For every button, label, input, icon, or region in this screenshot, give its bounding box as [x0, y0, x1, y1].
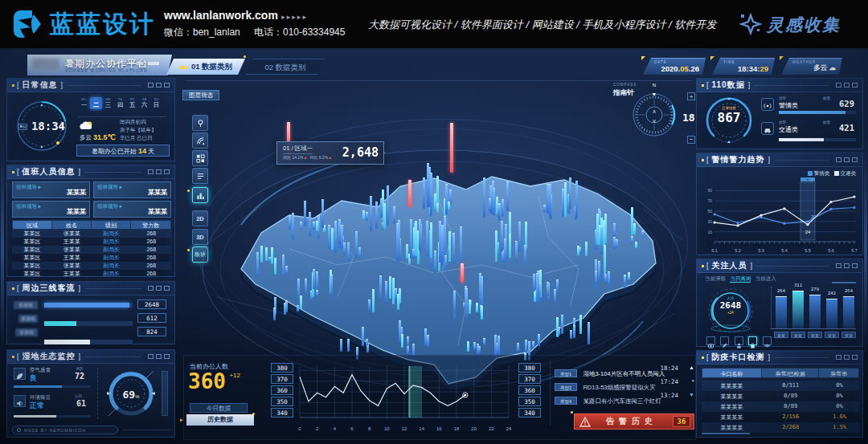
count-value: 421 — [839, 123, 854, 132]
window-icon[interactable] — [156, 286, 162, 291]
platform-title-plate: 暑期办公协作平台 SUMMER WORKING PLATFORM — [27, 55, 172, 75]
table-row: 某某某某0/890% — [702, 401, 859, 412]
svg-text:16: 16 — [436, 426, 442, 431]
list-item[interactable]: 类型2 RD13-53烟感报警疑似火灾 17:24 ● — [555, 378, 696, 389]
svg-text:0: 0 — [298, 426, 301, 431]
collapse-icon[interactable] — [148, 83, 154, 88]
flow-label: 某某线 — [15, 328, 38, 336]
panel-daily-info: [日常信息] PM 18:34 MO一 TU二 WE三 TH四 FR五 SA六 — [6, 78, 175, 161]
collapse-icon[interactable] — [148, 169, 154, 174]
date-box: DATE 2020.05.26 — [643, 58, 706, 75]
table-row: 某某某某2/1561.6% — [702, 412, 859, 422]
duty-card[interactable]: 值班领导 ▸ 某某某 — [93, 201, 171, 218]
window-icon[interactable] — [156, 83, 162, 88]
compass-north: N — [650, 83, 658, 88]
window-icon[interactable] — [844, 157, 850, 162]
zoom-out-button[interactable]: − — [687, 136, 695, 144]
noise-bar — [14, 415, 91, 418]
camera-icon[interactable] — [706, 336, 715, 345]
table-scrollbar[interactable] — [702, 433, 750, 434]
flow-value: 824 — [137, 327, 166, 336]
svg-text:20: 20 — [471, 426, 477, 431]
list-item[interactable]: 类型4 某路口有小汽车连闯三个红灯 13:24 ▼ — [555, 392, 696, 403]
svg-text:10: 10 — [707, 230, 712, 234]
right-edge-scrollbar[interactable] — [864, 145, 867, 353]
warning-triangle-icon — [579, 417, 591, 427]
alert-history-banner[interactable]: 告警历史 36 — [574, 413, 694, 430]
air-status: 良 — [30, 373, 37, 384]
duty-card[interactable]: 值班领导 ▸ 某某某 — [12, 181, 90, 198]
eco-side-scrollbar[interactable] — [162, 371, 168, 416]
duty-card[interactable]: 值班领导 ▸ 某某某 — [12, 201, 90, 218]
car-icon — [761, 122, 774, 135]
corner-tick — [780, 56, 784, 60]
collapse-icon[interactable] — [836, 157, 841, 162]
tab-dot — [244, 55, 246, 58]
map-tooltip: 01 / 区域一 同比 14.1%▲ 环比 6.2%▲ 2,648 — [276, 141, 384, 165]
duty-card[interactable]: 值班领导 ▸ 某某某 — [93, 181, 171, 198]
tab-data-category-2[interactable]: 02 数据类别 — [246, 59, 325, 75]
tab-focus-2[interactable]: 当前进入 — [755, 275, 776, 281]
window-icon[interactable] — [156, 354, 162, 359]
svg-text:24: 24 — [805, 230, 811, 234]
table-row: 某某某某2/2681.5% — [702, 422, 859, 433]
person-icon[interactable] — [735, 336, 743, 345]
alert-up-icon[interactable]: ▲ — [689, 365, 694, 370]
duty-table-header: 区域 姓名 级别 警力数 — [12, 220, 171, 230]
pen-icon[interactable] — [720, 336, 729, 345]
censored-logo — [32, 59, 59, 71]
tab-data-category-1[interactable]: 01 数据类别 — [166, 59, 245, 75]
flow-bar — [44, 321, 133, 326]
office-yaxis-right: 380 370 360 350 340 — [518, 363, 541, 418]
window-icon[interactable] — [844, 263, 850, 268]
collapse-icon[interactable] — [836, 355, 841, 360]
collapse-icon[interactable] — [148, 354, 154, 359]
active-dot — [571, 411, 573, 413]
expand-icon[interactable] — [852, 355, 858, 360]
expand-icon[interactable] — [164, 286, 170, 291]
alert-tag: 类型4 — [555, 397, 577, 405]
focus-tabs: 当前滞留 当日离岗 当前进入 — [705, 275, 776, 283]
dashboard: 暑期办公协作平台 SUMMER WORKING PLATFORM 01 数据类别… — [0, 48, 868, 444]
lock-icon[interactable] — [748, 336, 757, 345]
gauge-110-readout: 总警情数 867 — [705, 106, 753, 125]
tab-focus-0[interactable]: 当前滞留 — [705, 275, 726, 281]
inspiration-collect-label[interactable]: 灵感收集 — [767, 14, 841, 36]
window-icon[interactable] — [844, 83, 850, 88]
expand-icon[interactable] — [164, 354, 170, 359]
weather-now: 多云 31.5℃ — [80, 133, 116, 142]
today-data-button[interactable]: 今日数据 — [190, 403, 248, 413]
list-item[interactable]: 类型1 湿地3-104片区有不明人员闯入 18:24 ▲ — [555, 365, 696, 376]
type-value: 警情类 — [779, 101, 798, 110]
left-edge-scrollbar[interactable] — [1, 145, 4, 353]
alert-dot-icon[interactable]: ● — [691, 378, 694, 383]
compass-dial[interactable]: ∧ ∨ — [628, 89, 680, 141]
website-link[interactable]: www.lanlanwork.com — [164, 9, 278, 22]
expand-icon[interactable] — [164, 169, 170, 174]
window-icon[interactable] — [156, 169, 162, 174]
office-count-value: 360 +12 — [188, 369, 240, 393]
alert-down-icon[interactable]: ▼ — [689, 392, 694, 397]
tab-marker-icon — [179, 66, 187, 69]
expand-icon[interactable] — [852, 157, 858, 162]
alert-tag: 类型2 — [555, 383, 577, 391]
focus-gauge-readout: 人次 2648 +24 — [706, 296, 755, 315]
active-dot — [187, 189, 190, 192]
expand-icon[interactable] — [852, 263, 858, 268]
expand-icon[interactable] — [164, 83, 170, 88]
legend-swatch-white — [834, 171, 839, 176]
trend-legend: 警情类 交通类 — [808, 170, 856, 177]
panel-title: 周边三线客流 — [23, 283, 76, 294]
window-icon[interactable] — [844, 355, 850, 360]
expand-icon[interactable] — [852, 83, 858, 88]
collapse-icon[interactable] — [836, 263, 841, 268]
collapse-icon[interactable] — [148, 286, 154, 291]
active-dot — [187, 249, 190, 251]
zoom-in-button[interactable]: + — [687, 92, 695, 100]
screenshot-stage: 蓝蓝设计 www.lanlanwork.com ▸▸▸▸▸ 微信：ben_lan… — [0, 0, 868, 444]
svg-text:2: 2 — [316, 426, 319, 431]
collapse-icon[interactable] — [836, 83, 841, 88]
history-data-button[interactable]: 历史数据 — [186, 414, 254, 426]
tab-focus-1[interactable]: 当日离岗 — [730, 275, 751, 283]
table-row: 某某某某0/890% — [702, 391, 859, 401]
